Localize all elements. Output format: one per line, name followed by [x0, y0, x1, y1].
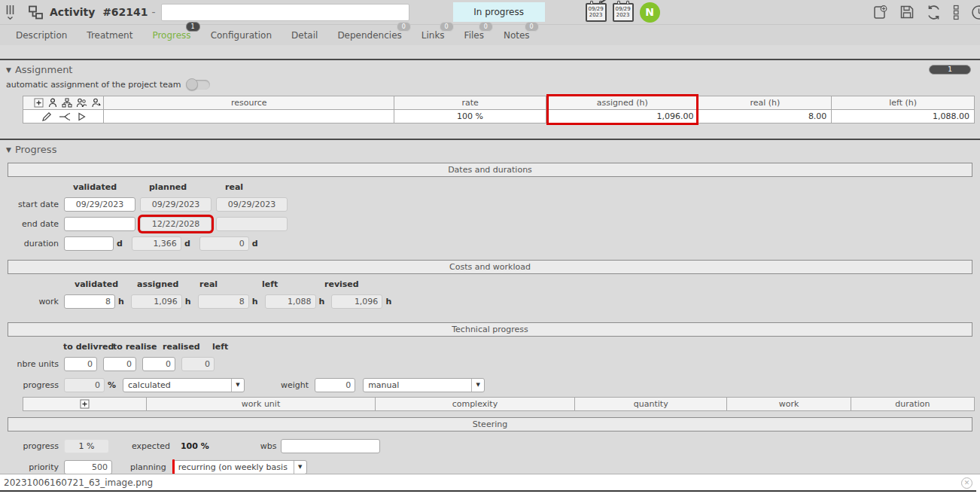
weight-input[interactable]	[315, 378, 355, 392]
planning-label: planning	[130, 462, 166, 472]
steering-bar: Steering	[8, 417, 972, 431]
tab-description[interactable]: Description	[6, 30, 77, 41]
work-unit: h	[385, 297, 391, 306]
work-assigned-input	[131, 294, 182, 309]
save-icon[interactable]	[899, 5, 915, 20]
nbre-to-realise-input[interactable]	[103, 357, 136, 371]
resource-cell[interactable]	[104, 110, 394, 124]
organization-icon[interactable]	[62, 98, 72, 108]
duration-validated-input[interactable]	[64, 236, 114, 251]
left-column-header[interactable]: left (h)	[832, 96, 975, 110]
duration-column-header[interactable]: duration	[851, 398, 974, 411]
steering-progress-value: 1 %	[64, 439, 109, 453]
costs-header-revised: revised	[314, 279, 376, 289]
edit-icon[interactable]	[41, 111, 52, 122]
tab-bar: Description Treatment Progress1 Configur…	[0, 24, 980, 45]
left-cell[interactable]: 1,088.00	[832, 110, 975, 124]
clock-icon[interactable]	[971, 5, 980, 20]
dates-header-validated: validated	[64, 182, 140, 192]
assigned-column-header[interactable]: assigned (h)	[546, 96, 698, 110]
end-date-validated-input[interactable]	[64, 217, 135, 231]
activity-name-input[interactable]	[161, 4, 409, 21]
tab-progress[interactable]: Progress1	[142, 30, 200, 41]
complexity-column-header[interactable]: complexity	[375, 398, 574, 411]
team-icon[interactable]	[76, 98, 87, 108]
menu-dots-icon[interactable]	[953, 5, 960, 20]
costs-header-left: left	[251, 279, 314, 289]
tab-detail[interactable]: Detail	[282, 30, 327, 41]
assignment-section-header[interactable]: ▼ Assignment 1	[0, 60, 980, 77]
assignment-row[interactable]: 100 % 1,096.00 8.00 1,088.00	[23, 110, 975, 124]
tab-configuration[interactable]: Configuration	[201, 30, 282, 41]
resource-icon[interactable]	[47, 98, 58, 108]
tab-files-badge: 0	[479, 22, 493, 32]
priority-label: priority	[0, 462, 59, 472]
work-column-header[interactable]: work	[727, 398, 851, 411]
nbre-units-label: nbre units	[0, 359, 59, 369]
duration-unit: d	[117, 239, 123, 249]
costs-header-assigned: assigned	[126, 279, 189, 289]
top-bar: Activity #62141- In progress 09/292023 0…	[0, 0, 980, 24]
tab-dependencies[interactable]: Dependencies0	[327, 30, 411, 41]
weight-mode-select[interactable]: manual ▼	[363, 378, 485, 392]
start-date-planned-input	[140, 197, 212, 212]
assigned-cell[interactable]: 1,096.00	[546, 110, 698, 124]
expected-value: 100 %	[181, 441, 209, 451]
downloaded-filename[interactable]: 20231006160721_63_image.png	[4, 477, 153, 488]
close-icon[interactable]: ✕	[961, 477, 972, 489]
work-label: work	[0, 297, 59, 306]
planning-select[interactable]: recurring (on weekly basis ▼	[173, 460, 307, 474]
nbre-left-input	[181, 357, 215, 371]
real-column-header[interactable]: real (h)	[698, 96, 832, 110]
nbre-to-delivred-input[interactable]	[64, 357, 97, 371]
nbre-realised-input[interactable]	[142, 357, 175, 371]
resource-column-header[interactable]: resource	[104, 96, 394, 110]
chevron-down-icon: ▼	[294, 461, 306, 474]
progress-section-header[interactable]: ▼ Progress	[0, 140, 980, 157]
duration-unit: d	[184, 239, 190, 249]
weight-label: weight	[281, 380, 309, 390]
add-note-icon[interactable]	[872, 5, 888, 20]
detach-icon[interactable]	[59, 112, 71, 121]
work-left-input	[265, 294, 316, 309]
refresh-icon[interactable]	[926, 5, 942, 20]
required-field-marker	[172, 459, 175, 475]
play-icon[interactable]	[78, 112, 86, 121]
allocation-icon[interactable]	[91, 98, 102, 108]
add-work-unit-icon[interactable]	[80, 399, 90, 409]
work-unit: h	[185, 297, 191, 306]
start-date-label: start date	[0, 200, 59, 209]
auto-assign-toggle[interactable]	[187, 80, 210, 90]
wbs-input[interactable]	[281, 439, 380, 453]
quantity-column-header[interactable]: quantity	[575, 398, 727, 411]
tab-files[interactable]: Files0	[455, 30, 494, 41]
dates-header-planned: planned	[140, 182, 216, 192]
header-toolbar	[872, 0, 980, 24]
end-date-calendar-icon[interactable]: 09/292023	[613, 3, 634, 22]
assignment-row-actions	[28, 111, 99, 122]
end-date-planned-input	[140, 217, 212, 231]
page-title: Activity #62141-	[50, 6, 156, 18]
user-avatar[interactable]: N	[640, 2, 660, 23]
progress-mode-select[interactable]: calculated ▼	[123, 378, 245, 392]
real-cell[interactable]: 8.00	[698, 110, 832, 124]
work-unit-column-header[interactable]: work unit	[147, 398, 375, 411]
start-date-validated-input[interactable]	[64, 197, 135, 212]
add-assignment-icon[interactable]	[34, 98, 44, 108]
duration-unit: d	[252, 239, 258, 249]
tab-links[interactable]: Links0	[412, 30, 455, 41]
end-date-real-input	[216, 217, 288, 231]
tab-treatment[interactable]: Treatment	[77, 30, 142, 41]
work-real-input	[198, 294, 249, 309]
tab-notes[interactable]: Notes0	[494, 30, 540, 41]
rate-cell[interactable]: 100 %	[394, 110, 546, 124]
collapse-menu-icon[interactable]	[5, 4, 17, 20]
assignment-count-badge: 1	[929, 65, 971, 75]
start-date-calendar-icon[interactable]: 09/292023	[586, 3, 607, 22]
priority-input[interactable]	[64, 460, 112, 474]
end-date-label: end date	[0, 219, 59, 229]
rate-column-header[interactable]: rate	[394, 96, 546, 110]
bottom-divider	[0, 490, 976, 492]
collapse-triangle-icon: ▼	[6, 146, 11, 154]
work-validated-input[interactable]	[64, 294, 115, 309]
